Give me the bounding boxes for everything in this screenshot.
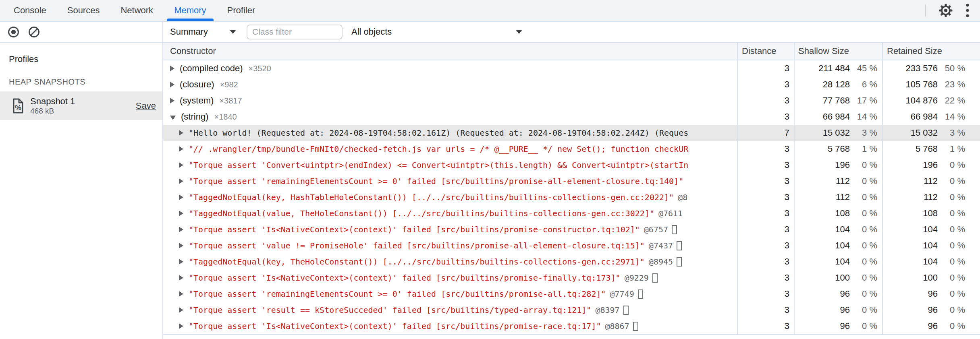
expand-arrow-icon[interactable] [179, 275, 183, 281]
record-heap-snapshot-icon[interactable] [7, 26, 20, 38]
table-row[interactable]: (string) ×1840 3 66 984 14 % 66 984 14 % [163, 109, 980, 125]
expand-arrow-icon[interactable] [179, 178, 183, 184]
expand-arrow-icon[interactable] [170, 116, 176, 120]
shallow-size-cell: 104 0 % [794, 221, 882, 238]
distance-cell: 3 [737, 173, 794, 189]
constructor-cell: "TaggedNotEqual(key, TheHoleConstant()) … [163, 254, 737, 270]
table-row[interactable]: "TaggedNotEqual(key, TheHoleConstant()) … [163, 254, 980, 270]
retained-size-percent: 0 % [938, 321, 965, 331]
expand-arrow-icon[interactable] [179, 323, 183, 329]
distance-cell: 3 [737, 93, 794, 109]
distance-cell: 3 [737, 270, 794, 286]
tab-memory[interactable]: Memory [164, 0, 216, 21]
retained-size-percent: 0 % [938, 256, 965, 267]
expand-arrow-icon[interactable] [179, 227, 183, 232]
tab-console[interactable]: Console [3, 0, 57, 21]
string-value: "TaggedNotEqual(key, TheHoleConstant()) … [189, 257, 645, 267]
column-header-retained-size[interactable]: Retained Size [882, 43, 980, 60]
object-id: @7437 [649, 241, 673, 250]
save-snapshot-link[interactable]: Save [136, 101, 156, 111]
string-value: "Torque assert 'Is<NativeContext>(contex… [189, 273, 621, 283]
table-row[interactable]: "// .wrangler/tmp/bundle-FmNIt0/checked-… [163, 141, 980, 157]
table-row[interactable]: (compiled code) ×3520 3 211 484 45 % 233… [163, 60, 980, 76]
tab-network[interactable]: Network [110, 0, 164, 21]
expand-arrow-icon[interactable] [170, 66, 174, 71]
expand-arrow-icon[interactable] [170, 82, 174, 87]
perspective-select[interactable]: Summary [170, 27, 236, 37]
tab-sources[interactable]: Sources [57, 0, 110, 21]
table-row[interactable]: (system) ×3817 3 77 768 17 % 104 876 22 … [163, 93, 980, 109]
retained-size-cell: 96 0 % [882, 318, 980, 334]
retained-size-value: 104 [923, 224, 938, 235]
column-header-constructor[interactable]: Constructor [163, 43, 737, 60]
expand-arrow-icon[interactable] [179, 291, 183, 297]
missing-glyph-box-icon [677, 241, 682, 250]
retained-size-value: 104 876 [905, 95, 938, 106]
retained-size-percent: 0 % [938, 240, 965, 251]
retained-size-value: 96 [928, 289, 938, 299]
shallow-size-percent: 45 % [850, 63, 877, 74]
table-row[interactable]: "Torque assert 'result == kStoreSucceded… [163, 302, 980, 318]
table-row[interactable]: "Torque assert 'Is<NativeContext>(contex… [163, 270, 980, 286]
expand-arrow-icon[interactable] [179, 130, 183, 136]
retained-size-cell: 233 576 50 % [882, 60, 980, 76]
expand-arrow-icon[interactable] [179, 259, 183, 265]
expand-arrow-icon[interactable] [179, 211, 183, 216]
shallow-size-cell: 112 0 % [794, 189, 882, 205]
constructor-cell: "Torque assert 'result == kStoreSucceded… [163, 302, 737, 318]
shallow-size-percent: 0 % [850, 208, 877, 219]
retained-size-cell: 15 032 3 % [882, 125, 980, 141]
clear-profiles-icon[interactable] [28, 26, 40, 38]
table-row[interactable]: "Torque assert 'Is<NativeContext>(contex… [163, 221, 980, 238]
gear-icon[interactable] [938, 3, 953, 18]
retained-size-percent: 14 % [938, 112, 965, 122]
retained-size-cell: 5 768 1 % [882, 141, 980, 157]
shallow-size-percent: 0 % [850, 321, 877, 331]
constructor-cell: "Hello world! (Requested at: 2024-08-19T… [163, 125, 737, 141]
table-row[interactable]: (closure) ×982 3 28 128 6 % 105 768 23 % [163, 76, 980, 93]
shallow-size-percent: 14 % [850, 112, 877, 122]
constructor-cell: "Torque assert 'Convert<uintptr>(endInde… [163, 157, 737, 173]
objects-select[interactable]: All objects [351, 27, 522, 37]
tab-profiler[interactable]: Profiler [217, 0, 266, 21]
shallow-size-cell: 5 768 1 % [794, 141, 882, 157]
shallow-size-cell: 196 0 % [794, 157, 882, 173]
table-row[interactable]: "Torque assert 'remainingElementsCount >… [163, 286, 980, 302]
column-header-distance[interactable]: Distance [737, 43, 794, 60]
table-row[interactable]: "Hello world! (Requested at: 2024-08-19T… [163, 125, 980, 141]
constructor-cell: "Torque assert 'Is<NativeContext>(contex… [163, 270, 737, 286]
distance-value: 3 [785, 321, 789, 331]
retained-size-value: 196 [923, 160, 938, 170]
expand-arrow-icon[interactable] [170, 98, 174, 103]
shallow-size-value: 112 [836, 192, 850, 203]
table-row[interactable]: "Torque assert 'Is<NativeContext>(contex… [163, 318, 980, 334]
shallow-size-percent: 0 % [850, 176, 877, 186]
table-row[interactable]: "Torque assert 'remainingElementsCount >… [163, 173, 980, 189]
expand-arrow-icon[interactable] [179, 146, 183, 152]
class-filter-input[interactable] [247, 25, 343, 39]
expand-arrow-icon[interactable] [179, 162, 183, 168]
retained-size-cell: 66 984 14 % [882, 109, 980, 125]
retained-size-cell: 108 0 % [882, 205, 980, 221]
distance-cell: 3 [737, 109, 794, 125]
kebab-menu-icon[interactable] [965, 3, 970, 18]
table-row[interactable]: "Torque assert 'Convert<uintptr>(endInde… [163, 157, 980, 173]
heap-snapshot-icon: % [12, 98, 24, 114]
expand-arrow-icon[interactable] [179, 243, 183, 248]
retained-size-cell: 104 0 % [882, 254, 980, 270]
retained-size-value: 104 [923, 256, 938, 267]
expand-arrow-icon[interactable] [179, 194, 183, 200]
snapshot-list-item[interactable]: % Snapshot 1 468 kB Save [0, 91, 162, 120]
table-row[interactable]: "Torque assert 'value != PromiseHole' fa… [163, 238, 980, 254]
string-value: "Torque assert 'remainingElementsCount >… [189, 289, 606, 299]
shallow-size-value: 77 768 [823, 95, 850, 106]
table-row[interactable]: "TaggedNotEqual(key, HashTableHoleConsta… [163, 189, 980, 205]
retained-size-percent: 0 % [938, 192, 965, 203]
retained-size-percent: 1 % [938, 144, 965, 154]
retained-size-value: 96 [928, 305, 938, 315]
expand-arrow-icon[interactable] [179, 307, 183, 313]
retained-size-percent: 0 % [938, 273, 965, 283]
object-id: @9229 [625, 273, 649, 283]
table-row[interactable]: "TaggedNotEqual(value, TheHoleConstant()… [163, 205, 980, 221]
column-header-shallow-size[interactable]: Shallow Size [794, 43, 882, 60]
